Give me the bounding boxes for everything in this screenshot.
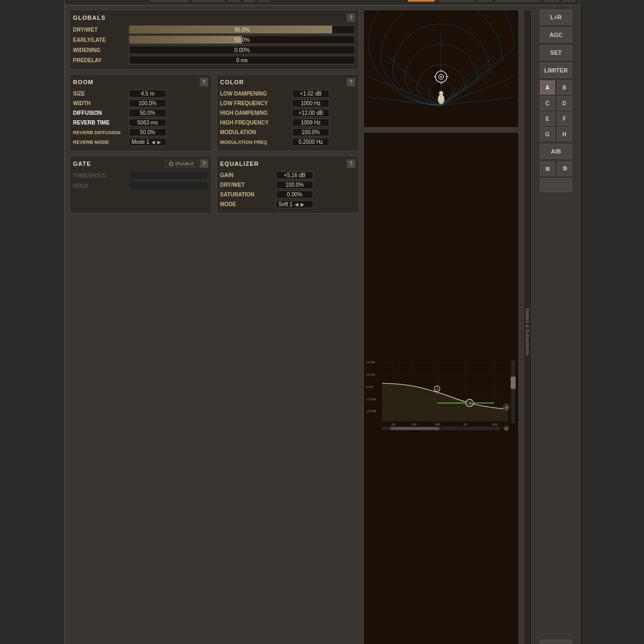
edit-button[interactable]: ✏ EDIT [408, 0, 435, 2]
predelay-bar[interactable]: 0 ms [129, 56, 355, 64]
gate-help-button[interactable]: ? [200, 159, 208, 168]
preset-h-button[interactable]: H [557, 127, 572, 141]
eq-visualizer[interactable]: 24 DB 12 DB 0 DB -12 DB -24 DB 20 100 50… [363, 132, 519, 644]
low-frequency-value[interactable]: 1000 Hz [292, 99, 330, 107]
svg-point-16 [439, 91, 443, 96]
bypass-button[interactable]: ⟳ BYPASS [439, 0, 474, 2]
drywet-value: 90.0% [129, 27, 355, 33]
eq-drywet-value[interactable]: 100.0% [276, 181, 313, 189]
preset-e-button[interactable]: E [540, 112, 555, 126]
room-section: ROOM ? SIZE 4.5 m WIDTH 100.0% [69, 74, 212, 151]
gate-enable-button[interactable]: ⏻ ENABLE [165, 160, 197, 167]
earlylate-row: EARLY/LATE 50.0% [73, 35, 355, 44]
svg-text:12 DB: 12 DB [366, 373, 375, 376]
gate-header: GATE ⏻ ENABLE ? [73, 159, 208, 168]
set-button[interactable]: SET [540, 45, 572, 60]
room-svg [364, 10, 518, 127]
modulation-freq-value[interactable]: 0.2500 Hz [292, 138, 330, 146]
eq-mode-select[interactable]: Soft 1 ◀ ▶ [276, 200, 313, 208]
low-frequency-label: LOW FREQUENCY [220, 100, 290, 106]
svg-text:⊕: ⊕ [505, 406, 508, 409]
predelay-row: PREDELAY 0 ms [73, 56, 355, 64]
eq-saturation-value[interactable]: 0.00% [276, 191, 313, 199]
preset-a-button[interactable]: A [540, 80, 555, 94]
eq-gain-value[interactable]: +5.16 dB [276, 171, 313, 179]
reverb-mode-next[interactable]: ▶ [157, 140, 161, 145]
limiter-button[interactable]: LIMITER [540, 63, 572, 78]
reverb-diffusion-label: REVERB DIFFUSION [73, 130, 127, 135]
threshold-row: THRESHOLD [73, 171, 208, 180]
gate-eq-row: GATE ⏻ ENABLE ? THRESHOLD [69, 156, 359, 214]
preset-menu-button[interactable]: 🌐 [259, 0, 269, 2]
high-dampening-row: HIGH DAMPENING +12.00 dB [220, 109, 355, 117]
svg-text:2K: 2K [464, 423, 467, 426]
eq-saturation-label: SATURATION [220, 192, 274, 197]
globals-title: GLOBALS [73, 14, 106, 21]
reverb-visualizer[interactable] [363, 10, 519, 128]
lr-button[interactable]: L+R [540, 10, 572, 25]
room-title: ROOM [73, 79, 93, 85]
modulation-freq-label: MODULATION FREQ [220, 140, 290, 145]
earlylate-bar[interactable]: 50.0% [129, 35, 355, 44]
drywet-bar[interactable]: 90.0% [129, 25, 355, 34]
size-value[interactable]: 4.5 m [129, 90, 166, 98]
room-help-button[interactable]: ? [200, 78, 208, 86]
settings-button[interactable]: 🔧 SETTINGS [496, 0, 539, 2]
threshold-label: THRESHOLD [73, 173, 127, 179]
eq-mode-row: MODE Soft 1 ◀ ▶ [220, 200, 355, 208]
eq-mode-prev[interactable]: ◀ [295, 202, 298, 207]
width-value[interactable]: 100.0% [129, 99, 166, 107]
eq-saturation-row: SATURATION 0.00% [220, 191, 355, 199]
preset-f-button[interactable]: F [557, 112, 572, 126]
high-dampening-value[interactable]: +12.00 dB [292, 109, 330, 117]
preset-g-button[interactable]: G [540, 127, 555, 141]
reverb-mode-label: REVERB MODE [73, 140, 127, 145]
equalizer-section: EQUALIZER ? GAIN +5.16 dB DRY/WET 100.0%… [216, 156, 359, 214]
random-button[interactable]: ✦ RANDOM [150, 0, 188, 2]
channel-button[interactable]: ⇔ [479, 0, 492, 2]
ab-grid: A B C D E F G H [540, 80, 572, 141]
color-help-button[interactable]: ? [347, 78, 355, 86]
svg-rect-47 [390, 427, 439, 430]
svg-rect-50 [511, 360, 515, 423]
preset-c-button[interactable]: C [540, 96, 555, 110]
extra-btn-1[interactable] [540, 178, 572, 192]
svg-point-15 [438, 94, 444, 104]
eq-gain-label: GAIN [220, 172, 274, 178]
ab-button[interactable]: A/B [540, 144, 572, 159]
eq-mode-next[interactable]: ▶ [301, 202, 304, 207]
reverb-mode-prev[interactable]: ◀ [151, 140, 155, 145]
midi-button[interactable]: MIDI [540, 640, 572, 644]
svg-text:100: 100 [411, 423, 417, 426]
center-panel: 24 DB 12 DB 0 DB -12 DB -24 DB 20 100 50… [363, 10, 519, 644]
prev-preset-button[interactable]: ◀ [229, 0, 239, 2]
eq-gain-row: GAIN +5.16 dB [220, 171, 355, 179]
modulation-value[interactable]: 100.0% [292, 128, 330, 136]
preset-b-button[interactable]: B [557, 80, 572, 94]
reverb-time-value[interactable]: 5063 ms [129, 119, 166, 127]
low-dampening-value[interactable]: +1.02 dB [292, 90, 330, 98]
agc-button[interactable]: AGC [540, 27, 572, 42]
grid-toggle-button[interactable]: ⊞ [540, 162, 555, 175]
reverb-diffusion-value[interactable]: 50.0% [129, 128, 166, 136]
next-preset-button[interactable]: ▶ [244, 0, 254, 2]
reverb-mode-value: Mode 1 [131, 139, 149, 145]
presets-button[interactable]: ⠿ Presets [192, 0, 224, 2]
low-dampening-label: LOW DAMPENING [220, 91, 290, 97]
help-button[interactable]: ? [563, 0, 575, 2]
diffusion-value[interactable]: 50.0% [129, 109, 166, 117]
copy-button[interactable]: ⧉ [557, 162, 572, 175]
widening-bar[interactable]: 0.00% [129, 46, 355, 54]
globals-help-button[interactable]: ? [347, 13, 355, 22]
drywet-label: DRY/WET [73, 27, 127, 33]
low-dampening-row: LOW DAMPENING +1.02 dB [220, 90, 355, 98]
reverb-mode-select[interactable]: Mode 1 ◀ ▶ [129, 138, 166, 146]
high-frequency-value[interactable]: 1009 Hz [292, 119, 330, 127]
eq-mode-value: Soft 1 [279, 201, 292, 207]
equalizer-help-button[interactable]: ? [347, 159, 355, 168]
right-panel: L+R AGC SET LIMITER A B C D E F G H A/B … [537, 10, 575, 644]
equalizer-title: EQUALIZER [220, 160, 259, 167]
preset-d-button[interactable]: D [557, 96, 572, 110]
home-button[interactable]: 🏠 [544, 0, 559, 2]
high-frequency-label: HIGH FREQUENCY [220, 120, 290, 126]
